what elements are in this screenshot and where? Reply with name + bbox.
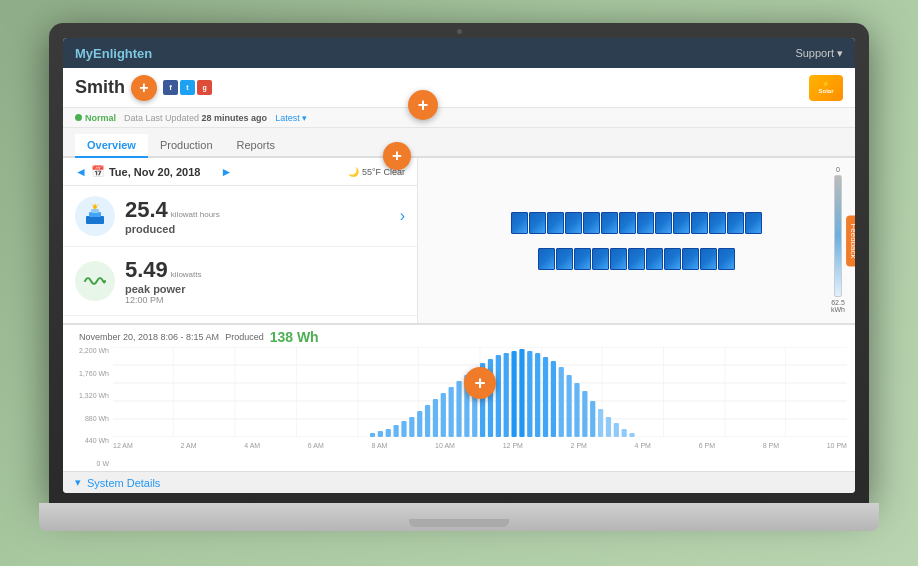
- svg-rect-49: [567, 375, 572, 437]
- calendar-icon: 📅: [91, 165, 105, 178]
- company-logo: ⚡Solar: [809, 75, 843, 101]
- svg-rect-26: [386, 429, 391, 437]
- svg-rect-41: [504, 353, 509, 437]
- bottom-chart-section: November 20, 2018 8:06 - 8:15 AM Produce…: [63, 323, 855, 471]
- peak-power-label: peak power: [125, 283, 202, 295]
- peak-power-value: 5.49: [125, 257, 168, 283]
- svg-rect-2: [91, 209, 99, 213]
- social-icons: f t g: [163, 80, 212, 95]
- solar-cell: [664, 248, 681, 270]
- solar-arrays: [511, 212, 762, 270]
- solar-cell: [655, 212, 672, 234]
- stat-production: 25.4 kilowatt hours produced ›: [63, 186, 417, 247]
- svg-rect-30: [417, 411, 422, 437]
- add-button-4[interactable]: +: [464, 367, 496, 399]
- chevron-down-icon: ▾: [75, 476, 81, 489]
- tab-production[interactable]: Production: [148, 134, 225, 158]
- date-prev-arrow[interactable]: ◄: [75, 165, 87, 179]
- peak-power-icon: [75, 261, 115, 301]
- svg-rect-48: [559, 367, 564, 437]
- solar-scale: 0 62.5 kWh: [829, 166, 847, 313]
- add-button-2[interactable]: +: [408, 90, 438, 120]
- svg-rect-32: [433, 399, 438, 437]
- solar-cell: [538, 248, 555, 270]
- svg-rect-40: [496, 355, 501, 437]
- date-next-arrow[interactable]: ►: [220, 165, 232, 179]
- solar-cell: [601, 212, 618, 234]
- svg-rect-35: [456, 381, 461, 437]
- svg-rect-25: [378, 431, 383, 437]
- googleplus-icon[interactable]: g: [197, 80, 212, 95]
- svg-rect-56: [622, 429, 627, 437]
- add-button-1[interactable]: +: [131, 75, 157, 101]
- solar-cell: [646, 248, 663, 270]
- svg-rect-46: [543, 357, 548, 437]
- svg-line-5: [98, 205, 99, 206]
- stat-peak-power: 5.49 kilowatts peak power 12:00 PM: [63, 247, 417, 316]
- solar-cell: [574, 248, 591, 270]
- facebook-icon[interactable]: f: [163, 80, 178, 95]
- x-axis-labels: 12 AM 2 AM 4 AM 6 AM 8 AM 10 AM 12 PM 2 …: [113, 441, 847, 449]
- solar-cell: [592, 248, 609, 270]
- system-details-label: System Details: [87, 477, 160, 489]
- latest-dropdown[interactable]: Latest ▾: [275, 113, 307, 123]
- svg-rect-50: [574, 383, 579, 437]
- y-axis-labels: 2,200 Wh 1,760 Wh 1,320 Wh 880 Wh 440 Wh…: [71, 347, 113, 467]
- peak-power-time: 12:00 PM: [125, 295, 202, 305]
- svg-rect-53: [598, 409, 603, 437]
- tabs-bar: Overview Production Reports +: [63, 128, 855, 158]
- chart-header: November 20, 2018 8:06 - 8:15 AM Produce…: [63, 325, 855, 347]
- tab-reports[interactable]: Reports: [225, 134, 288, 158]
- add-button-3[interactable]: +: [383, 142, 411, 170]
- svg-rect-34: [449, 387, 454, 437]
- chart-date: November 20, 2018 8:06 - 8:15 AM: [79, 332, 219, 342]
- solar-cell: [529, 212, 546, 234]
- top-nav: MyEnlighten Support ▾: [63, 38, 855, 68]
- scale-bar: [834, 175, 842, 297]
- status-updated: Data Last Updated 28 minutes ago: [124, 113, 267, 123]
- svg-rect-52: [590, 401, 595, 437]
- screen: MyEnlighten Support ▾ Smith + f t g: [63, 38, 855, 493]
- svg-rect-43: [519, 349, 524, 437]
- header-bar: Smith + f t g ⚡Solar: [63, 68, 855, 108]
- production-label: produced: [125, 223, 220, 235]
- svg-rect-31: [425, 405, 430, 437]
- scale-label-top: 0: [836, 166, 840, 173]
- svg-rect-57: [629, 433, 634, 437]
- solar-cell: [619, 212, 636, 234]
- solar-cell: [610, 248, 627, 270]
- scale-label-bottom: 62.5 kWh: [829, 299, 847, 313]
- solar-cell: [583, 212, 600, 234]
- svg-rect-42: [511, 351, 516, 437]
- solar-cell: [637, 212, 654, 234]
- date-nav: ◄ 📅 Tue, Nov 20, 2018 ► 🌙 55°F Clear: [63, 158, 417, 186]
- production-unit: kilowatt hours: [171, 211, 220, 219]
- svg-line-6: [92, 205, 93, 206]
- solar-cell: [628, 248, 645, 270]
- svg-rect-45: [535, 353, 540, 437]
- production-value: 25.4: [125, 197, 168, 223]
- solar-cell: [682, 248, 699, 270]
- svg-rect-55: [614, 423, 619, 437]
- svg-rect-28: [401, 421, 406, 437]
- svg-rect-27: [393, 425, 398, 437]
- chart-produced-label: Produced: [225, 332, 264, 342]
- support-link[interactable]: Support ▾: [795, 47, 843, 60]
- moon-icon: 🌙: [348, 167, 359, 177]
- twitter-icon[interactable]: t: [180, 80, 195, 95]
- current-date: Tue, Nov 20, 2018: [109, 166, 217, 178]
- solar-cell: [700, 248, 717, 270]
- system-details-bar[interactable]: ▾ System Details: [63, 471, 855, 493]
- right-column: 0 62.5 kWh Feedback: [418, 158, 855, 323]
- left-column: ◄ 📅 Tue, Nov 20, 2018 ► 🌙 55°F Clear: [63, 158, 418, 323]
- solar-cell: [556, 248, 573, 270]
- tab-overview[interactable]: Overview: [75, 134, 148, 158]
- solar-cell: [547, 212, 564, 234]
- feedback-tab[interactable]: Feedback: [846, 215, 855, 266]
- peak-power-unit: kilowatts: [171, 271, 202, 279]
- svg-rect-54: [606, 417, 611, 437]
- svg-rect-51: [582, 391, 587, 437]
- solar-cell: [565, 212, 582, 234]
- user-name: Smith: [75, 77, 125, 98]
- production-detail-arrow[interactable]: ›: [400, 207, 405, 225]
